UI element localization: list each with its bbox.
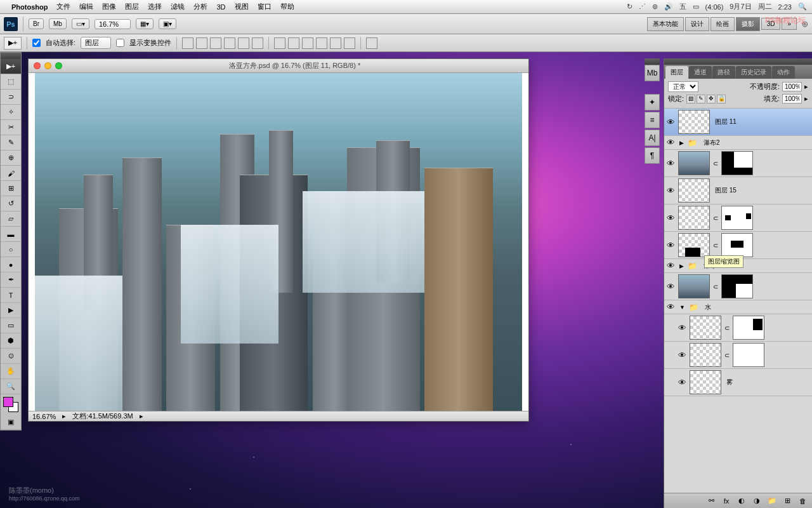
- lock-all-icon[interactable]: 🔒: [717, 95, 726, 104]
- auto-select-checkbox[interactable]: [32, 39, 41, 47]
- menu-edit[interactable]: 编辑: [79, 2, 93, 11]
- crop-tool[interactable]: ✂: [1, 120, 21, 135]
- type-tool[interactable]: T: [1, 288, 21, 303]
- tab-channels[interactable]: 通道: [689, 66, 712, 79]
- menu-window[interactable]: 窗口: [258, 2, 272, 11]
- menu-file[interactable]: 文件: [56, 2, 70, 11]
- layer-thumbnail[interactable]: [678, 110, 710, 134]
- wand-tool[interactable]: ✧: [1, 105, 21, 120]
- quickmask-tool[interactable]: ▣: [1, 415, 21, 430]
- zoom-tool[interactable]: 🔍: [1, 379, 21, 394]
- arrange-button[interactable]: ▦▾: [136, 18, 154, 29]
- mask-thumbnail[interactable]: [733, 343, 764, 367]
- zoom-window-icon[interactable]: [55, 62, 62, 69]
- layer-item[interactable]: 👁 图层 15: [664, 177, 812, 204]
- history-brush-tool[interactable]: ↺: [1, 196, 21, 211]
- pen-tool[interactable]: ✒: [1, 272, 21, 288]
- filesize-label[interactable]: 文档:41.5M/569.3M: [72, 411, 133, 421]
- layer-item[interactable]: 👁 ⊂: [664, 150, 812, 177]
- lock-transparency-icon[interactable]: ▨: [686, 95, 695, 104]
- workspace-essentials[interactable]: 基本功能: [647, 17, 684, 31]
- hand-tool[interactable]: ✋: [1, 364, 21, 379]
- menu-layer[interactable]: 图层: [125, 2, 139, 11]
- menu-analysis[interactable]: 分析: [193, 2, 207, 11]
- mask-icon[interactable]: ◐: [736, 496, 747, 506]
- visibility-icon[interactable]: 👁: [677, 378, 687, 387]
- dist-right-icon[interactable]: [344, 37, 355, 49]
- visibility-icon[interactable]: 👁: [665, 117, 676, 127]
- mask-thumbnail[interactable]: [721, 151, 753, 175]
- menu-filter[interactable]: 滤镜: [171, 2, 185, 11]
- link-icon[interactable]: ⊂: [724, 352, 730, 359]
- spotlight-icon[interactable]: 🔍: [798, 3, 807, 11]
- layer-name[interactable]: 图层 15: [712, 186, 811, 195]
- layer-group[interactable]: 👁 ▶ 📁 瀑布2: [664, 136, 812, 150]
- layer-thumbnail[interactable]: [678, 274, 710, 298]
- wifi-icon[interactable]: ⊚: [652, 3, 658, 11]
- visibility-icon[interactable]: 👁: [677, 351, 687, 360]
- path-select-tool[interactable]: ▶: [1, 303, 21, 318]
- ps-logo-icon[interactable]: Ps: [4, 17, 18, 31]
- layer-thumbnail[interactable]: [678, 151, 710, 175]
- eyedropper-tool[interactable]: ✎: [1, 135, 21, 150]
- bridge-button[interactable]: Br: [29, 18, 44, 29]
- auto-align-icon[interactable]: [366, 37, 377, 49]
- layer-item[interactable]: 👁 ⊂: [664, 342, 812, 369]
- workspace-design[interactable]: 设计: [685, 17, 709, 31]
- marquee-tool[interactable]: ⬚: [1, 74, 21, 90]
- link-icon[interactable]: ⊂: [712, 215, 719, 222]
- stamp-tool[interactable]: ⊞: [1, 181, 21, 196]
- menu-3d[interactable]: 3D: [216, 3, 225, 11]
- layer-item[interactable]: 👁 图层 11: [664, 109, 812, 136]
- visibility-icon[interactable]: 👁: [665, 213, 676, 223]
- zoom-value[interactable]: 16.67%: [32, 413, 56, 420]
- link-layers-icon[interactable]: ⚯: [705, 496, 717, 506]
- lock-position-icon[interactable]: ✥: [707, 95, 716, 104]
- mask-thumbnail[interactable]: [721, 274, 753, 298]
- link-icon[interactable]: ⊂: [712, 283, 719, 290]
- workspace-photography[interactable]: 摄影: [736, 17, 760, 31]
- dist-top-icon[interactable]: [274, 37, 285, 49]
- layer-name[interactable]: 雾: [724, 378, 811, 387]
- layer-item[interactable]: 👁 雾: [664, 369, 812, 396]
- dock-handle[interactable]: [645, 58, 660, 65]
- auto-select-dropdown[interactable]: 图层: [81, 37, 111, 49]
- mask-thumbnail[interactable]: [733, 316, 764, 340]
- menu-extra-icon[interactable]: ⋰: [639, 3, 646, 11]
- minimize-icon[interactable]: [44, 62, 51, 69]
- visibility-icon[interactable]: 👁: [665, 241, 676, 250]
- delete-icon[interactable]: 🗑: [797, 496, 808, 506]
- tab-layers[interactable]: 图层: [665, 66, 688, 79]
- blend-mode-select[interactable]: 正常: [668, 81, 698, 92]
- dist-bottom-icon[interactable]: [302, 37, 313, 49]
- layer-thumbnail[interactable]: [690, 343, 721, 367]
- healing-tool[interactable]: ⊕: [1, 150, 21, 166]
- adjustment-icon[interactable]: ◑: [751, 496, 763, 506]
- battery-icon[interactable]: ▭: [693, 3, 699, 11]
- menu-select[interactable]: 选择: [148, 2, 162, 11]
- paragraph-icon[interactable]: ¶: [645, 147, 660, 164]
- layer-thumbnail[interactable]: [690, 316, 721, 340]
- screen-mode-button[interactable]: ▣▾: [159, 18, 176, 29]
- panel-handle[interactable]: [664, 58, 812, 65]
- tab-history[interactable]: 历史记录: [736, 66, 771, 79]
- close-icon[interactable]: [34, 62, 41, 69]
- show-transform-checkbox[interactable]: [116, 39, 124, 47]
- tab-paths[interactable]: 路径: [712, 66, 735, 79]
- lock-pixels-icon[interactable]: ✎: [697, 95, 705, 104]
- 3d-camera-tool[interactable]: ⊙: [1, 349, 21, 364]
- visibility-icon[interactable]: 👁: [665, 138, 676, 147]
- toolbox-handle[interactable]: [1, 53, 21, 59]
- blur-tool[interactable]: ○: [1, 242, 21, 257]
- brush-tool[interactable]: 🖌: [1, 166, 21, 181]
- visibility-icon[interactable]: 👁: [665, 186, 676, 196]
- input-icon[interactable]: 五: [679, 2, 686, 11]
- document-titlebar[interactable]: 洛亚方舟.psd @ 16.7% (图层 11, RGB/8) *: [29, 59, 528, 73]
- expand-icon[interactable]: ▶: [679, 263, 684, 269]
- layer-thumbnail[interactable]: [678, 178, 710, 203]
- layer-group[interactable]: 👁 ▼ 📁 水: [664, 300, 812, 314]
- zoom-select[interactable]: 16.7%: [95, 19, 131, 29]
- fx-icon[interactable]: fx: [721, 496, 732, 506]
- layer-item[interactable]: 👁 ⊂: [664, 314, 812, 342]
- link-icon[interactable]: ⊂: [712, 160, 719, 167]
